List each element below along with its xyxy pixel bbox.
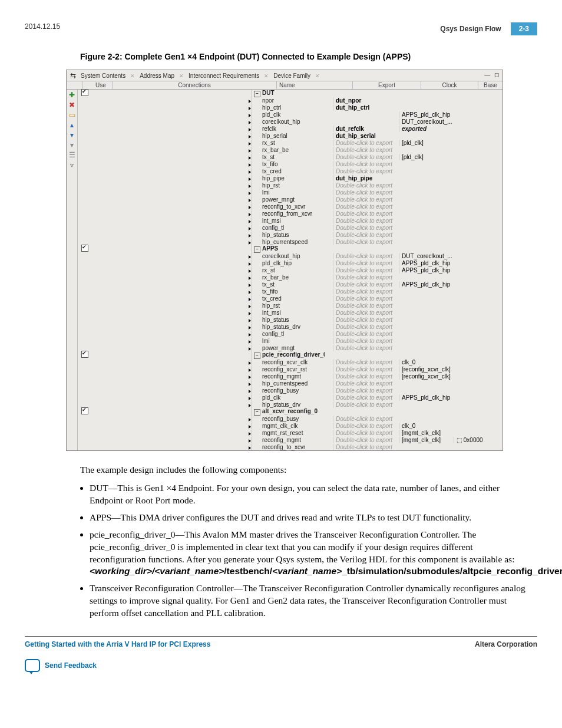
export-placeholder[interactable]: Double-click to export [336,359,392,365]
component-header[interactable]: −APPS [251,245,325,253]
connection-cell[interactable] [92,302,251,309]
connection-cell[interactable] [92,160,251,167]
export-placeholder[interactable]: Double-click to export [336,225,392,231]
use-checkbox[interactable] [81,407,88,414]
connection-cell[interactable] [92,316,251,323]
export-placeholder[interactable]: Double-click to export [336,182,392,189]
connection-cell[interactable] [92,443,251,450]
export-placeholder[interactable]: Double-click to export [336,401,392,408]
move-up-icon[interactable]: ▴ [70,121,74,129]
connection-cell[interactable] [92,259,251,266]
connection-cell[interactable] [92,146,251,153]
export-placeholder[interactable]: Double-click to export [336,196,392,203]
connection-cell[interactable] [92,337,251,344]
component-header[interactable]: −DUT [251,90,325,97]
export-placeholder[interactable]: Double-click to export [336,423,392,429]
connection-cell[interactable] [92,295,251,302]
export-placeholder[interactable]: Double-click to export [336,210,392,217]
tab-system-contents[interactable]: System Contents [81,73,125,79]
export-placeholder[interactable]: Double-click to export [336,232,392,238]
export-name[interactable]: dut_npor [336,97,361,104]
connection-cell[interactable] [92,238,251,245]
export-placeholder[interactable]: Double-click to export [336,203,392,210]
connection-cell[interactable] [92,224,251,231]
export-placeholder[interactable]: Double-click to export [336,168,392,174]
connection-cell[interactable] [92,415,251,422]
connection-cell[interactable] [92,189,251,196]
export-placeholder[interactable]: Double-click to export [336,267,392,274]
use-checkbox[interactable] [81,89,88,96]
export-placeholder[interactable]: Double-click to export [336,444,392,450]
export-placeholder[interactable]: Double-click to export [336,380,392,387]
export-placeholder[interactable]: Double-click to export [336,260,392,266]
component-header[interactable]: −pcie_reconfig_driver_0 [251,351,325,359]
export-placeholder[interactable]: Double-click to export [336,430,392,436]
export-placeholder[interactable]: Double-click to export [336,274,392,281]
connection-cell[interactable] [92,104,251,111]
connection-cell[interactable] [92,429,251,436]
connection-cell[interactable] [92,118,251,125]
connection-cell[interactable] [92,97,251,104]
connection-cell[interactable] [92,266,251,274]
export-placeholder[interactable]: Double-click to export [336,309,392,316]
export-placeholder[interactable]: Double-click to export [336,140,392,146]
export-placeholder[interactable]: Double-click to export [336,366,392,373]
export-placeholder[interactable]: Double-click to export [336,154,392,160]
connection-cell[interactable] [92,167,251,174]
export-placeholder[interactable]: Double-click to export [336,161,392,167]
connection-cell[interactable] [92,330,251,337]
export-placeholder[interactable]: Double-click to export [336,147,392,153]
connection-cell[interactable] [92,231,251,238]
connection-cell[interactable] [92,281,251,288]
connection-cell[interactable] [92,373,251,380]
export-placeholder[interactable]: Double-click to export [336,338,392,344]
connection-cell[interactable] [92,401,251,408]
export-placeholder[interactable]: Double-click to export [336,416,392,422]
export-placeholder[interactable]: Double-click to export [336,331,392,337]
connection-cell[interactable] [92,203,251,210]
export-placeholder[interactable]: Double-click to export [336,317,392,323]
connection-cell[interactable] [92,111,251,118]
connection-cell[interactable] [92,365,251,373]
export-placeholder[interactable]: Double-click to export [336,345,392,351]
export-name[interactable]: dut_refclk [336,126,364,132]
connection-cell[interactable] [92,274,251,281]
connection-cell[interactable] [92,309,251,316]
use-checkbox[interactable] [81,351,88,358]
connection-cell[interactable] [92,323,251,330]
export-placeholder[interactable]: Double-click to export [336,253,392,259]
connection-cell[interactable] [92,252,251,259]
export-placeholder[interactable]: Double-click to export [336,324,392,330]
export-placeholder[interactable]: Double-click to export [336,281,392,288]
connection-cell[interactable] [92,125,251,132]
connection-cell[interactable] [92,422,251,429]
feedback-icon[interactable] [25,659,40,672]
export-placeholder[interactable]: Double-click to export [336,387,392,394]
export-placeholder[interactable]: Double-click to export [336,288,392,295]
use-checkbox[interactable] [81,245,88,252]
filter-icon[interactable]: ▿ [70,162,74,169]
collapse-icon[interactable]: ▾ [70,141,74,149]
connection-cell[interactable] [92,196,251,203]
connection-cell[interactable] [92,210,251,217]
add-icon[interactable]: ✚ [69,91,75,98]
connection-cell[interactable] [92,394,251,401]
move-down-icon[interactable]: ▾ [70,131,74,139]
export-name[interactable]: dut_hip_ctrl [336,104,369,111]
export-placeholder[interactable]: Double-click to export [336,295,392,302]
export-name[interactable]: dut_hip_pipe [336,175,372,182]
export-placeholder[interactable]: Double-click to export [336,302,392,309]
export-placeholder[interactable]: Double-click to export [336,218,392,224]
export-placeholder[interactable]: Double-click to export [336,437,392,443]
tab-address-map[interactable]: Address Map [140,73,174,79]
export-placeholder[interactable]: Double-click to export [336,394,392,401]
export-placeholder[interactable]: Double-click to export [336,189,392,196]
connection-cell[interactable] [92,139,251,146]
connection-cell[interactable] [92,182,251,189]
connection-cell[interactable] [92,217,251,224]
export-name[interactable]: dut_hip_serial [336,133,376,139]
connection-cell[interactable] [92,436,251,443]
connection-cell[interactable] [92,344,251,351]
connection-cell[interactable] [92,380,251,387]
connection-cell[interactable] [92,358,251,365]
